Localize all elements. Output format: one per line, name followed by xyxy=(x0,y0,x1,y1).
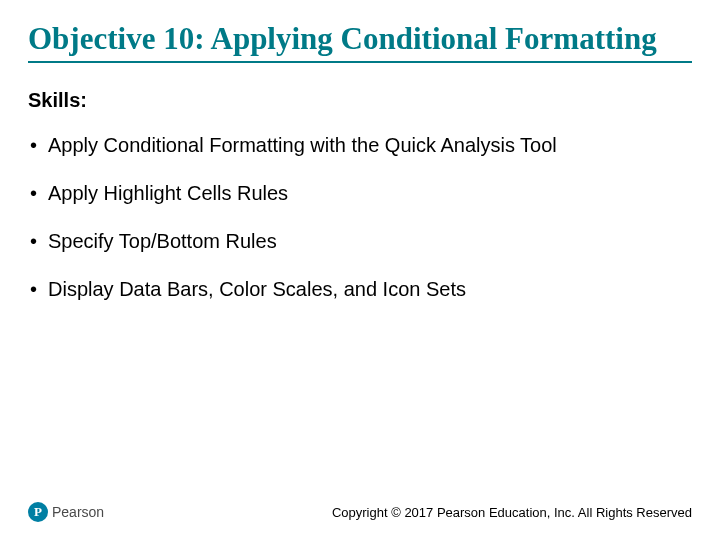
skills-heading: Skills: xyxy=(28,89,692,112)
skills-list: Apply Conditional Formatting with the Qu… xyxy=(28,132,692,302)
footer: P Pearson Copyright © 2017 Pearson Educa… xyxy=(0,502,720,522)
pearson-logo-icon: P xyxy=(28,502,48,522)
copyright-text: Copyright © 2017 Pearson Education, Inc.… xyxy=(332,505,692,520)
list-item: Display Data Bars, Color Scales, and Ico… xyxy=(30,276,692,302)
pearson-logo-text: Pearson xyxy=(52,504,104,520)
list-item: Specify Top/Bottom Rules xyxy=(30,228,692,254)
list-item: Apply Conditional Formatting with the Qu… xyxy=(30,132,692,158)
list-item: Apply Highlight Cells Rules xyxy=(30,180,692,206)
slide-title: Objective 10: Applying Conditional Forma… xyxy=(28,20,692,63)
pearson-logo: P Pearson xyxy=(28,502,104,522)
